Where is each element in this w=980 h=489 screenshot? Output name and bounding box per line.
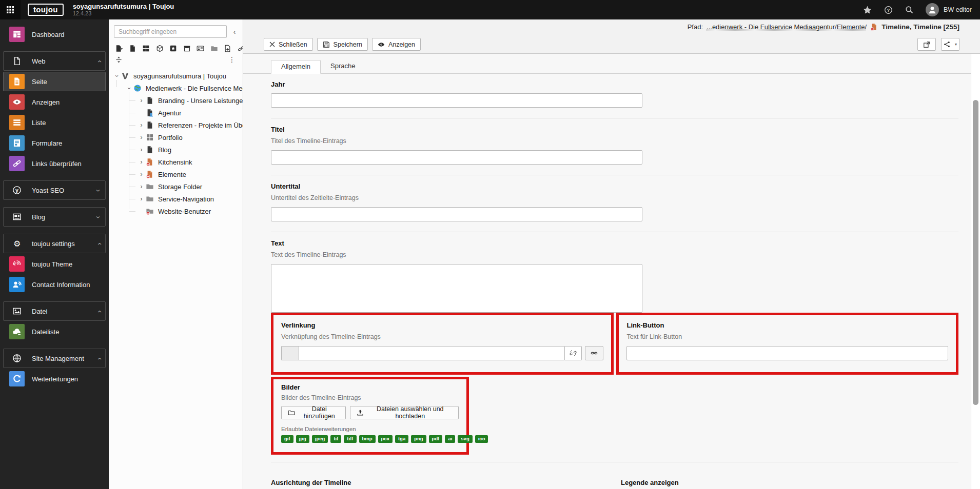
tree-connector <box>129 187 135 187</box>
save-button[interactable]: Speichern <box>317 38 368 51</box>
tree-node-referenzen-projekte-im-berblic[interactable]: ›Referenzen - Projekte im Überblic <box>109 119 243 131</box>
help-icon[interactable]: ? <box>884 6 893 14</box>
ausrichtung-label: Ausrichtung der Timeline <box>271 479 621 486</box>
tree-node-kitchensink[interactable]: ›Kitchensink <box>109 156 243 168</box>
sidebar-item-formulare[interactable]: Formulare <box>3 133 106 153</box>
chevron-collapsed-icon[interactable]: › <box>138 183 145 190</box>
sidebar-item-contact-information[interactable]: Contact Information <box>3 275 106 294</box>
add-file-button[interactable]: Datei hinzufügen <box>281 406 346 419</box>
sidebar-item-web[interactable]: Web› <box>3 51 106 71</box>
unlink-icon[interactable] <box>564 346 582 360</box>
open-in-new-window-button[interactable] <box>917 38 936 51</box>
svg-text:?: ? <box>887 7 890 12</box>
chevron-collapsed-icon[interactable]: › <box>138 158 145 166</box>
collapse-tree-icon[interactable]: ‹ <box>230 28 239 36</box>
sidebar-item-liste[interactable]: Liste <box>3 113 106 132</box>
allowed-extensions: gifjpgjpegtiftiffbmppcxtgapngpdfaisvgico <box>281 435 459 443</box>
chevron-collapsed-icon[interactable]: › <box>138 97 145 104</box>
new-shop-icon[interactable] <box>183 45 191 52</box>
tree-more-icon[interactable]: ⋮ <box>228 55 236 64</box>
field-titel: Titel Titel des Timeline-Eintrags <box>271 118 958 175</box>
new-page-shortcut-icon[interactable] <box>224 45 231 52</box>
tree-node-service-navigation[interactable]: ›Service-Navigation <box>109 193 243 205</box>
user-menu[interactable]: BW editor <box>926 3 972 16</box>
tree-node-storage-folder[interactable]: ›Storage Folder <box>109 180 243 193</box>
text-desc: Text des Timeline-Eintrags <box>271 251 958 259</box>
new-address-card-icon[interactable] <box>197 45 204 52</box>
list-fill-icon <box>9 115 25 130</box>
doc-dark-icon <box>145 146 154 154</box>
sidebar-item-weiterleitungen[interactable]: Weiterleitungen <box>3 369 106 389</box>
sidebar-item-seite[interactable]: Seite <box>3 72 106 91</box>
link-browser-button[interactable] <box>585 346 603 360</box>
search-icon[interactable] <box>905 6 913 14</box>
chevron-expanded-icon[interactable]: › <box>113 75 121 77</box>
scrollbar-thumb[interactable] <box>973 100 978 405</box>
bookmark-star-icon[interactable] <box>863 6 872 14</box>
grid-gray-icon <box>145 133 154 141</box>
page-tree-panel: ‹ ⋮ ›soyagunsarufutsumura | Toujou›Medie… <box>109 19 243 489</box>
chain-icon <box>9 156 25 171</box>
tab-allgemein[interactable]: Allgemein <box>271 60 321 74</box>
tree-node-label: Blog <box>158 146 171 154</box>
titel-desc: Titel des Timeline-Eintrags <box>271 137 958 145</box>
chevron-collapsed-icon[interactable]: › <box>138 134 145 141</box>
chevron-collapsed-icon[interactable]: › <box>138 195 145 202</box>
path-link[interactable]: ...edienwerk - Die Fullservice Mediaagen… <box>707 23 867 31</box>
verlinkung-input[interactable] <box>299 346 564 360</box>
chevron-collapsed-icon[interactable]: › <box>138 171 145 178</box>
tree-connector <box>129 100 135 101</box>
chevron-expanded-icon[interactable]: › <box>126 87 133 89</box>
jahr-input[interactable] <box>271 93 642 108</box>
tree-search-input[interactable] <box>114 25 227 38</box>
new-link-icon[interactable] <box>238 45 244 52</box>
sidebar-item-toujou-settings[interactable]: ⚙toujou settings› <box>3 234 106 253</box>
tree-filter-toggle-icon[interactable] <box>115 56 123 64</box>
vertical-scrollbar[interactable] <box>971 19 980 489</box>
tab-sprache[interactable]: Sprache <box>321 60 365 73</box>
new-grid-icon[interactable] <box>142 45 150 52</box>
sidebar-item-blog[interactable]: Blog› <box>3 207 106 227</box>
tree-node-label: Service-Navigation <box>158 195 214 203</box>
sidebar-item-yoast-seo[interactable]: yYoast SEO› <box>3 180 106 200</box>
new-special-star-icon[interactable] <box>169 45 177 52</box>
sidebar-item-toujou-theme[interactable]: toujou Theme <box>3 254 106 274</box>
tree-node-agentur[interactable]: Agentur <box>109 107 243 119</box>
legende-label: Legende anzeigen <box>621 479 958 486</box>
tree-node-soyagunsarufutsumura-toujou[interactable]: ›soyagunsarufutsumura | Toujou <box>109 70 243 82</box>
new-page-mountpoint-icon[interactable] <box>115 45 123 52</box>
view-button[interactable]: Anzeigen <box>372 38 421 51</box>
chevron-collapsed-icon[interactable]: › <box>138 146 145 153</box>
sidebar-item-dateiliste[interactable]: Dateiliste <box>3 322 106 341</box>
sidebar-item-links-berpr-fen[interactable]: Links überprüfen <box>3 154 106 173</box>
topbar: toujou soyagunsarufutsumura | Toujou 12.… <box>0 0 980 19</box>
sidebar-item-dashboard[interactable]: Dashboard <box>3 25 106 44</box>
tree-node-medienwerk-die-fullservice-mediaag[interactable]: ›Medienwerk - Die Fullservice Mediaag <box>109 82 243 94</box>
app-grid-button[interactable] <box>0 0 21 19</box>
chevron-collapsed-icon[interactable]: › <box>138 121 145 129</box>
tree-node-elemente[interactable]: ›Elemente <box>109 168 243 180</box>
tree-node-blog[interactable]: ›Blog <box>109 144 243 156</box>
tree-node-branding-unsere-leistungen[interactable]: ›Branding - Unsere Leistungen <box>109 94 243 107</box>
upload-files-button[interactable]: Dateien auswählen und hochladen <box>350 406 459 419</box>
tree-node-portfolio[interactable]: ›Portfolio <box>109 131 243 144</box>
sidebar-item-datei[interactable]: Datei› <box>3 301 106 321</box>
tree-connector <box>129 162 135 162</box>
new-page-new-icon[interactable] <box>129 45 136 52</box>
titel-input[interactable] <box>271 150 642 165</box>
path-label: Pfad: <box>688 23 703 31</box>
file-extension-badge: ai <box>445 435 455 443</box>
text-textarea[interactable] <box>271 264 642 313</box>
sidebar-item-anzeigen[interactable]: Anzeigen <box>3 92 106 112</box>
tree-node-website-benutzer[interactable]: Website-Benutzer <box>109 205 243 217</box>
new-folder-icon[interactable] <box>210 45 218 52</box>
site-meta: soyagunsarufutsumura | Toujou 12.4.23 <box>73 3 174 17</box>
untertitel-input[interactable] <box>271 207 642 221</box>
linkbutton-desc: Text für Link-Button <box>626 333 948 341</box>
new-plugin-cube-icon[interactable] <box>156 45 164 52</box>
sidebar-item-site-management[interactable]: Site Management› <box>3 349 106 368</box>
close-button[interactable]: Schließen <box>264 38 313 51</box>
file-extension-badge: svg <box>458 435 472 443</box>
share-button[interactable]: ▾ <box>941 38 959 51</box>
linkbutton-input[interactable] <box>626 346 948 360</box>
